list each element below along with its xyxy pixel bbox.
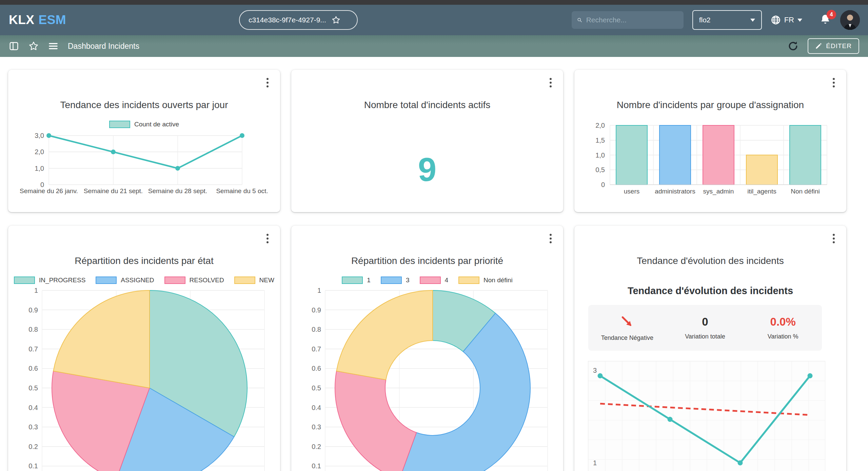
svg-text:0.9: 0.9: [28, 306, 38, 314]
legend-item[interactable]: IN_PROGRESS: [14, 277, 85, 284]
hamburger-icon: [48, 41, 58, 51]
split-pane-icon: [9, 41, 19, 51]
card-title: Nombre d'incidents par groupe d'assignat…: [581, 100, 840, 110]
star-icon: [28, 41, 39, 51]
card-menu-button[interactable]: [262, 232, 273, 245]
svg-text:0.3: 0.3: [28, 423, 38, 431]
search-box[interactable]: [572, 11, 684, 29]
header-actions: flo2 FR 4: [572, 5, 860, 35]
pencil-icon: [815, 43, 822, 49]
svg-text:0.5: 0.5: [312, 384, 321, 392]
legend-swatch: [164, 277, 185, 284]
svg-text:itil_agents: itil_agents: [747, 188, 776, 195]
svg-text:3: 3: [593, 367, 597, 374]
favorite-star-icon[interactable]: [332, 16, 340, 24]
app-logo[interactable]: KLX ESM: [0, 13, 66, 27]
stat-value: 0.0%: [770, 315, 796, 328]
svg-text:3,0: 3,0: [35, 132, 44, 139]
edit-dashboard-button[interactable]: ÉDITER: [808, 38, 859, 54]
stat-label: Tendance Négative: [601, 334, 653, 342]
svg-text:1,5: 1,5: [595, 137, 605, 144]
legend-item[interactable]: NEW: [234, 277, 274, 284]
svg-text:0.2: 0.2: [312, 443, 321, 450]
card-incidents-by-state: Répartition des incidents par état IN_PR…: [8, 226, 280, 471]
legend-label: Non défini: [484, 277, 513, 284]
svg-text:0.4: 0.4: [312, 404, 321, 411]
svg-text:users: users: [624, 188, 639, 195]
legend-label: 1: [367, 277, 371, 284]
dashboard-menu-button[interactable]: [48, 41, 58, 51]
card-incidents-evolution-trend: Tendance d'évolution des incidents Tenda…: [574, 226, 846, 471]
stat-label: Variation %: [768, 333, 798, 340]
svg-text:0.9: 0.9: [312, 306, 321, 314]
edit-button-label: ÉDITER: [826, 42, 852, 50]
svg-text:2,0: 2,0: [35, 148, 44, 156]
notifications-button[interactable]: 4: [819, 13, 831, 27]
legend-swatch: [96, 277, 117, 284]
svg-text:Non défini: Non défini: [791, 188, 820, 195]
dashboard-toolbar: Dashboard Incidents ÉDITER: [0, 35, 868, 57]
card-open-incidents-trend: Tendance des incidents ouverts par jour …: [8, 70, 280, 212]
legend-item[interactable]: RESOLVED: [164, 277, 224, 284]
card-title: Nombre total d'incidents actifs: [298, 100, 556, 110]
user-avatar[interactable]: [840, 10, 860, 30]
logo-klx: KLX: [9, 13, 35, 27]
window-chrome-strip: [0, 0, 868, 5]
legend-label: ASSIGNED: [121, 277, 154, 284]
svg-text:0.1: 0.1: [28, 462, 38, 470]
legend-item[interactable]: 4: [420, 277, 449, 284]
chart-legend: 134Non défini: [291, 277, 563, 284]
legend-item[interactable]: 3: [381, 277, 410, 284]
search-input[interactable]: [586, 16, 678, 24]
svg-text:sys_admin: sys_admin: [703, 188, 734, 195]
svg-text:0.4: 0.4: [28, 404, 38, 411]
svg-text:0.3: 0.3: [312, 423, 321, 431]
svg-text:0: 0: [601, 181, 605, 188]
bar-chart-svg: 2,01,51,00,50usersadministratorssys_admi…: [574, 121, 846, 219]
refresh-button[interactable]: [787, 40, 799, 52]
card-menu-button[interactable]: [262, 76, 273, 89]
stat-value: 0: [702, 315, 708, 328]
legend-item[interactable]: Count de active: [109, 121, 179, 128]
language-selector[interactable]: FR: [771, 15, 802, 25]
card-incidents-by-group: Nombre d'incidents par groupe d'assignat…: [574, 70, 846, 212]
svg-text:Semaine du 5 oct.: Semaine du 5 oct.: [216, 187, 268, 194]
card-menu-button[interactable]: [828, 76, 840, 89]
favorite-dashboard-button[interactable]: [28, 41, 39, 51]
app-header: KLX ESM c314e38c-9f7e-4927-9... flo2: [0, 5, 868, 35]
page-title: Dashboard Incidents: [68, 42, 139, 51]
language-code: FR: [784, 16, 794, 24]
svg-text:2,0: 2,0: [595, 122, 605, 129]
chevron-down-icon: [797, 19, 802, 22]
avatar-photo: [840, 10, 860, 30]
logo-esm: ESM: [39, 13, 66, 27]
svg-text:1: 1: [34, 287, 38, 294]
svg-text:1,0: 1,0: [35, 165, 44, 172]
chart-legend: IN_PROGRESSASSIGNEDRESOLVEDNEW: [8, 277, 280, 284]
svg-text:0.1: 0.1: [312, 462, 321, 470]
card-title: Tendance d'évolution des incidents: [581, 255, 840, 266]
card-menu-button[interactable]: [545, 232, 556, 245]
stat-variation-pct: 0.0% Variation %: [744, 305, 822, 351]
donut-chart-svg: 10.90.80.70.60.50.40.30.20.1: [291, 287, 563, 471]
card-menu-button[interactable]: [828, 232, 840, 245]
svg-text:Semaine du 26 janv.: Semaine du 26 janv.: [20, 187, 78, 194]
legend-swatch: [458, 277, 479, 284]
card-title: Répartition des incidents par état: [15, 255, 273, 266]
legend-item[interactable]: Non défini: [458, 277, 513, 284]
legend-item[interactable]: 1: [342, 277, 371, 284]
legend-item[interactable]: ASSIGNED: [96, 277, 154, 284]
svg-text:0.6: 0.6: [312, 365, 321, 372]
card-menu-button[interactable]: [545, 76, 556, 89]
legend-label: IN_PROGRESS: [39, 277, 85, 284]
notification-badge: 4: [827, 10, 836, 19]
user-select[interactable]: flo2: [692, 10, 762, 30]
legend-label: NEW: [259, 277, 274, 284]
dashboard-id-pill[interactable]: c314e38c-9f7e-4927-9...: [239, 10, 358, 30]
pie-chart-svg: 10.90.80.70.60.50.40.30.20.1: [8, 287, 279, 471]
svg-text:0.2: 0.2: [28, 443, 38, 450]
chart-legend: Count de active: [8, 121, 280, 128]
legend-label: Count de active: [134, 121, 179, 128]
toggle-sidebar-button[interactable]: [9, 41, 19, 51]
legend-swatch: [234, 277, 255, 284]
